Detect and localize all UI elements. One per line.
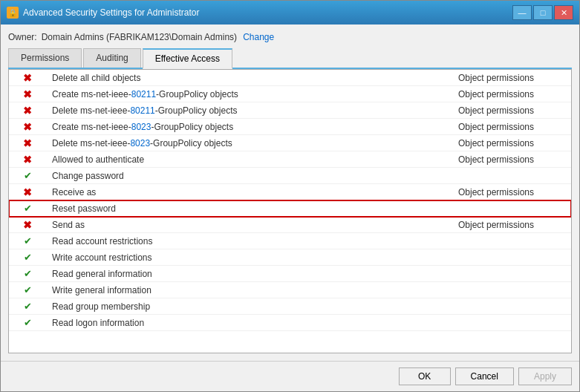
row-inherited <box>452 305 571 308</box>
row-permission: Change password <box>46 169 452 183</box>
row-inherited: Object permissions <box>452 104 571 117</box>
row-permission: Read logon information <box>46 316 452 330</box>
title-buttons: — □ ✕ <box>512 5 573 20</box>
row-icon: ✖ <box>9 87 46 102</box>
row-icon: ✔ <box>9 250 46 264</box>
row-permission: Reset password <box>46 202 452 215</box>
row-icon: ✖ <box>9 136 46 151</box>
tab-content: ✖ Delete all child objects Object permis… <box>8 69 572 353</box>
title-bar-left: 🔒 Advanced Security Settings for Adminis… <box>7 7 199 19</box>
table-row: ✖ Delete ms-net-ieee-80211-GroupPolicy o… <box>9 102 571 119</box>
apply-button[interactable]: Apply <box>518 368 572 385</box>
title-bar: 🔒 Advanced Security Settings for Adminis… <box>1 1 579 24</box>
row-permission: Write general information <box>46 284 452 297</box>
row-icon: ✔ <box>9 299 46 313</box>
table-row: ✖ Receive as Object permissions <box>9 184 571 200</box>
table-row: ✔ Read general information <box>9 266 571 282</box>
row-icon: ✔ <box>9 169 46 183</box>
row-permission: Allowed to authenticate <box>46 153 452 166</box>
row-permission: Send as <box>46 218 452 232</box>
row-inherited: Object permissions <box>452 88 571 101</box>
window-title: Advanced Security Settings for Administr… <box>23 7 199 18</box>
table-row: ✖ Delete ms-net-ieee-8023-GroupPolicy ob… <box>9 135 571 151</box>
table-row-reset-password[interactable]: ✔ Reset password <box>9 200 571 217</box>
row-icon: ✖ <box>9 103 46 118</box>
row-permission: Delete ms-net-ieee-8023-GroupPolicy obje… <box>46 137 452 150</box>
row-permission: Create ms-net-ieee-80211-GroupPolicy obj… <box>46 88 452 101</box>
owner-row: Owner: Domain Admins (FABRIKAM123\Domain… <box>8 32 572 42</box>
minimize-button[interactable]: — <box>512 5 532 20</box>
row-permission: Delete all child objects <box>46 71 452 85</box>
owner-label: Owner: <box>8 32 37 42</box>
window-icon: 🔒 <box>7 7 19 19</box>
row-inherited <box>452 256 571 259</box>
table-row: ✖ Create ms-net-ieee-80211-GroupPolicy o… <box>9 86 571 102</box>
table-row: ✔ Write account restrictions <box>9 249 571 266</box>
footer: OK Cancel Apply <box>1 361 579 391</box>
row-permission: Receive as <box>46 186 452 199</box>
window-content: Owner: Domain Admins (FABRIKAM123\Domain… <box>1 24 579 361</box>
row-icon: ✔ <box>9 267 46 281</box>
row-permission: Read group membership <box>46 300 452 313</box>
row-inherited: Object permissions <box>452 186 571 199</box>
table-row: ✖ Allowed to authenticate Object permiss… <box>9 151 571 168</box>
table-row: ✔ Write general information <box>9 282 571 298</box>
row-icon: ✔ <box>9 283 46 297</box>
table-row: ✖ Send as Object permissions <box>9 217 571 233</box>
row-permission: Read general information <box>46 267 452 281</box>
row-icon: ✖ <box>9 120 46 134</box>
row-icon: ✖ <box>9 152 46 167</box>
row-inherited <box>452 321 571 324</box>
table-row: ✖ Create ms-net-ieee-8023-GroupPolicy ob… <box>9 119 571 135</box>
row-permission: Delete ms-net-ieee-80211-GroupPolicy obj… <box>46 104 452 117</box>
maximize-button[interactable]: □ <box>533 5 553 20</box>
row-inherited: Object permissions <box>452 71 571 85</box>
row-inherited <box>452 289 571 292</box>
table-row: ✔ Read logon information <box>9 315 571 331</box>
tab-permissions[interactable]: Permissions <box>8 48 82 68</box>
table-row: ✖ Delete all child objects Object permis… <box>9 70 571 86</box>
row-inherited: Object permissions <box>452 137 571 150</box>
row-icon: ✔ <box>9 201 46 215</box>
change-link[interactable]: Change <box>243 32 274 42</box>
ok-button[interactable]: OK <box>399 368 451 385</box>
table-body[interactable]: ✖ Delete all child objects Object permis… <box>9 70 571 353</box>
table-row: ✔ Change password <box>9 168 571 184</box>
row-inherited <box>452 174 571 177</box>
row-icon: ✖ <box>9 185 46 200</box>
permissions-table: ✖ Delete all child objects Object permis… <box>9 70 571 353</box>
row-permission: Read account restrictions <box>46 235 452 248</box>
row-icon: ✔ <box>9 316 46 330</box>
row-inherited <box>452 207 571 210</box>
row-inherited <box>452 240 571 243</box>
row-icon: ✔ <box>9 234 46 248</box>
cancel-button[interactable]: Cancel <box>455 368 514 385</box>
row-permission: Create ms-net-ieee-8023-GroupPolicy obje… <box>46 120 452 134</box>
table-row: ✔ Read account restrictions <box>9 233 571 249</box>
row-inherited: Object permissions <box>452 218 571 232</box>
row-permission: Write account restrictions <box>46 251 452 264</box>
tab-auditing[interactable]: Auditing <box>83 48 140 68</box>
close-button[interactable]: ✕ <box>554 5 573 20</box>
row-inherited <box>452 272 571 275</box>
main-window: 🔒 Advanced Security Settings for Adminis… <box>0 0 580 392</box>
tabs-row: Permissions Auditing Effective Access <box>8 48 572 69</box>
row-inherited: Object permissions <box>452 153 571 166</box>
row-icon: ✖ <box>9 71 46 85</box>
row-icon: ✖ <box>9 218 46 232</box>
owner-value: Domain Admins (FABRIKAM123\Domain Admins… <box>42 32 237 42</box>
tab-effective-access[interactable]: Effective Access <box>143 48 232 69</box>
row-inherited: Object permissions <box>452 120 571 134</box>
table-row: ✔ Read group membership <box>9 298 571 315</box>
